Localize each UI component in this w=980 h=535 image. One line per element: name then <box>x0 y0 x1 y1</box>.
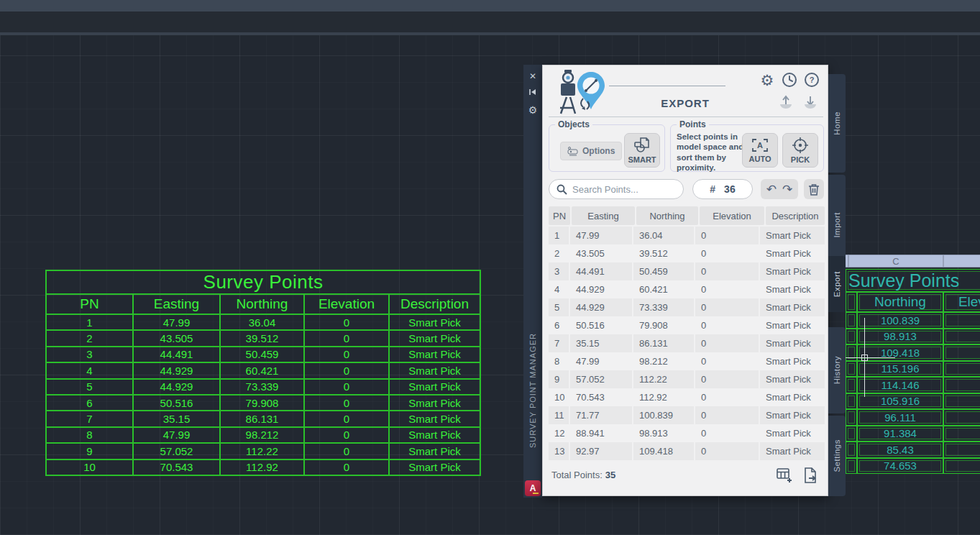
smart-button[interactable]: SMART <box>624 133 660 168</box>
table-column-header-bar: C <box>845 255 980 268</box>
table-cell: 0 <box>695 442 760 460</box>
table-cell: Smart Pick <box>760 424 825 442</box>
table-row[interactable]: 243.50539.5120Smart Pick <box>549 244 825 262</box>
table-row[interactable]: 1070.543112.920Smart Pick <box>549 388 825 406</box>
table-cell: Smart Pick <box>760 280 825 298</box>
header-divider <box>549 116 823 117</box>
cad-cell: Smart Pick <box>389 379 480 395</box>
cad-cell: 50.459 <box>220 347 304 362</box>
table-cell: 79.908 <box>633 316 695 334</box>
redo-icon[interactable]: ↷ <box>782 182 792 197</box>
table-row[interactable]: 1392.97109.4180Smart Pick <box>549 442 825 460</box>
table-cell: 0 <box>695 227 760 244</box>
cad-cell <box>846 409 857 426</box>
table-cell: 73.339 <box>633 298 695 316</box>
table-row[interactable]: 544.92973.3390Smart Pick <box>549 298 825 316</box>
cad-survey-table: Survey Points PNEastingNorthingElevation… <box>45 270 481 476</box>
properties-gear-icon[interactable]: ⚙ <box>528 105 538 115</box>
table-cell: 70.543 <box>570 388 633 406</box>
tab-export[interactable]: Export <box>828 256 846 312</box>
cad-cell: 74.653 <box>857 458 943 475</box>
trash-icon <box>808 183 820 196</box>
options-button-label: Options <box>582 146 615 156</box>
points-group-label: Points <box>677 119 709 129</box>
table-row[interactable]: 650.51679.9080Smart Pick <box>549 316 825 334</box>
table-row[interactable]: 847.9998.2120Smart Pick <box>549 352 825 370</box>
column-header[interactable]: Northing <box>636 206 698 225</box>
tab-history[interactable]: History <box>828 327 846 413</box>
cad-cell <box>846 361 857 378</box>
cad-cell: 96.111 <box>857 409 943 426</box>
undo-icon[interactable]: ↶ <box>766 182 777 197</box>
table-row[interactable]: 147.9936.040Smart Pick <box>549 227 825 244</box>
point-number-field[interactable]: # 36 <box>692 179 753 199</box>
cad-cell: 98.913 <box>857 329 943 345</box>
delete-button[interactable] <box>804 179 824 199</box>
help-icon[interactable]: ? <box>803 71 820 88</box>
cad-cell: 112.22 <box>220 443 304 459</box>
table-row[interactable]: 1288.94198.9130Smart Pick <box>549 424 825 442</box>
table-row[interactable]: 735.1586.1310Smart Pick <box>549 334 825 352</box>
cad-column-header <box>846 292 857 312</box>
autocad-badge: A <box>525 480 541 496</box>
table-cell: 100.839 <box>633 406 695 424</box>
column-header[interactable]: Easting <box>572 206 635 225</box>
export-down-icon[interactable] <box>802 94 819 111</box>
close-icon[interactable]: ✕ <box>529 72 536 81</box>
undo-redo-group: ↶ ↷ <box>761 179 798 199</box>
table-cell: 43.505 <box>570 244 633 262</box>
column-header[interactable]: Elevation <box>700 206 764 225</box>
autohide-pin-icon[interactable] <box>528 88 537 98</box>
export-file-icon[interactable] <box>802 467 819 484</box>
cad-cell <box>846 312 857 329</box>
search-box <box>549 179 684 199</box>
cad-cell: Smart Pick <box>389 347 480 362</box>
badge-accent <box>533 493 539 494</box>
tab-settings[interactable]: Settings <box>828 416 846 496</box>
cad-cell: 6 <box>46 395 133 411</box>
cad-cell: 0 <box>304 379 389 395</box>
table-row[interactable]: 344.49150.4590Smart Pick <box>549 262 825 280</box>
table-cell: Smart Pick <box>760 388 825 406</box>
header-rule <box>609 86 725 86</box>
column-header-c[interactable]: C <box>848 255 943 267</box>
cad-cell: 109.418 <box>857 344 943 361</box>
options-button[interactable]: Options <box>560 142 622 160</box>
cad-cell: 0 <box>304 427 389 443</box>
search-input[interactable] <box>572 184 673 195</box>
table-cell: 44.929 <box>570 298 633 316</box>
cad-cell: 3 <box>46 347 133 362</box>
table-cell: 8 <box>549 352 570 370</box>
cad-cell: 47.99 <box>133 314 220 330</box>
table-cell: 47.99 <box>570 227 633 244</box>
smart-button-label: SMART <box>628 155 656 164</box>
cad-column-header: Northing <box>220 294 304 314</box>
column-header[interactable]: PN <box>549 206 570 225</box>
palette-title-strip: ✕ ⚙ SURVEY POINT MANAGER A <box>523 65 542 498</box>
tab-home[interactable]: Home <box>828 74 846 173</box>
cad-cell: 8 <box>46 427 133 443</box>
cad-cell: 4 <box>46 362 133 378</box>
table-cell: 4 <box>549 280 570 298</box>
column-header[interactable]: Description <box>766 206 825 225</box>
table-row[interactable]: 957.052112.220Smart Pick <box>549 370 825 388</box>
table-cell: 9 <box>549 370 570 388</box>
create-table-icon[interactable] <box>776 467 793 484</box>
cad-cell: 100.839 <box>857 312 943 329</box>
table-cell: 47.99 <box>570 352 633 370</box>
pick-button[interactable]: PICK <box>782 133 818 168</box>
table-row[interactable]: 444.92960.4210Smart Pick <box>549 280 825 298</box>
cad-cell <box>943 458 980 475</box>
table-row[interactable]: 1171.77100.8390Smart Pick <box>549 406 825 424</box>
cad-cell: 1 <box>46 314 133 330</box>
settings-icon[interactable]: ⚙ <box>759 71 776 88</box>
import-up-icon[interactable] <box>777 94 794 111</box>
table-cell: 11 <box>549 406 570 424</box>
table-cell: 12 <box>549 424 570 442</box>
table-cell: 6 <box>549 316 570 334</box>
cad-column-header: Description <box>389 294 480 314</box>
history-icon[interactable] <box>781 71 798 88</box>
cad-cell <box>943 361 980 378</box>
auto-button[interactable]: A AUTO <box>742 133 778 168</box>
table-cell: 60.421 <box>633 280 695 298</box>
